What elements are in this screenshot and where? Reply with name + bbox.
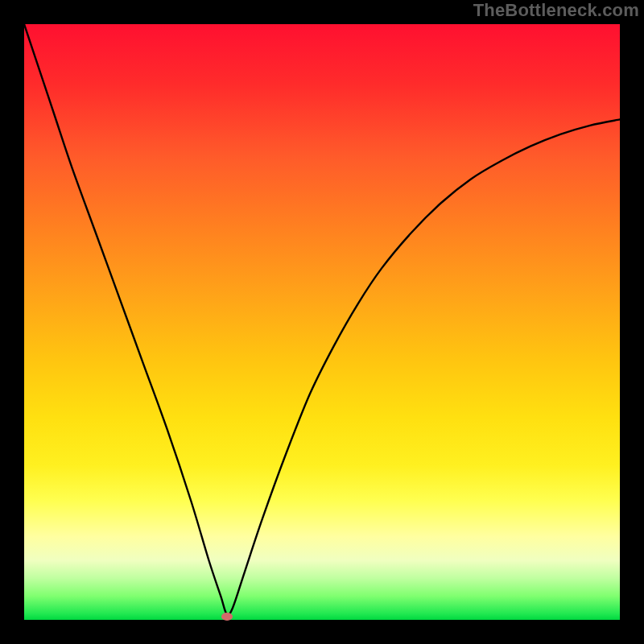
curve-svg xyxy=(24,24,620,620)
chart-frame: TheBottleneck.com xyxy=(0,0,644,644)
plot-area xyxy=(24,24,620,620)
minimum-marker xyxy=(221,613,233,621)
watermark-text: TheBottleneck.com xyxy=(473,0,639,21)
bottleneck-curve xyxy=(24,24,620,615)
